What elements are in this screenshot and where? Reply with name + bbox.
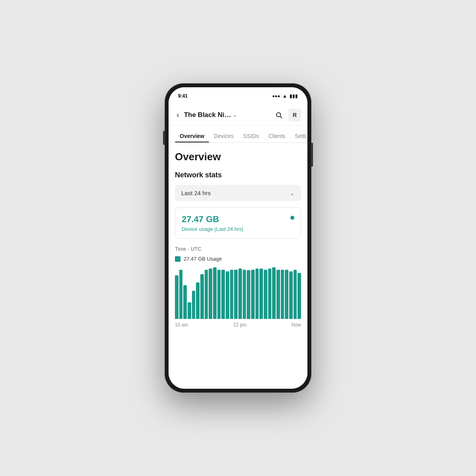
section-title: Network stats: [175, 171, 301, 179]
chart-bar: [213, 267, 217, 319]
x-axis: 10 am 22 pm Now: [175, 322, 301, 328]
nav-chevron-icon[interactable]: ⌄: [233, 112, 237, 118]
search-button[interactable]: [273, 109, 285, 121]
chart-bar: [183, 285, 187, 319]
chart-bar: [179, 270, 183, 319]
chart-bar: [264, 270, 267, 319]
chart-bar: [196, 282, 200, 319]
chart-bar: [298, 273, 301, 319]
stats-value: 27.47 GB: [182, 214, 243, 225]
nav-bar: ‹ The Black Ni… ⌄ R: [169, 105, 307, 125]
chart-bar: [205, 270, 208, 319]
chart-bar: [209, 269, 212, 319]
chart-bar: [272, 267, 276, 319]
chart-bar: [276, 270, 280, 319]
chart-bar: [234, 270, 238, 319]
tab-devices[interactable]: Devices: [209, 129, 238, 142]
page-title: Overview: [175, 151, 301, 163]
stats-card: 27.47 GB Device usage (Last 24 hrs): [175, 207, 301, 239]
phone-frame: 9:41 ●●● ▲ ▮▮▮ ‹ The Black Ni… ⌄ R: [165, 83, 311, 393]
tab-overview[interactable]: Overview: [175, 129, 209, 142]
dropdown-label: Last 24 hrs: [181, 190, 211, 196]
signal-icon: ●●●: [272, 94, 280, 98]
chart-bar: [268, 269, 272, 319]
legend-text: 27.47 GB Usage: [184, 256, 222, 262]
chart-bar: [188, 302, 191, 319]
nav-title: The Black Ni…: [184, 111, 231, 119]
chart-bar: [294, 270, 297, 319]
tabs-bar: Overview Devices SSIDs Clients Setti…: [169, 125, 307, 143]
content-area: Overview Network stats Last 24 hrs ⌄ 27.…: [169, 143, 307, 389]
x-label-mid: 22 pm: [233, 322, 246, 328]
bars-container: [175, 267, 301, 319]
tab-clients[interactable]: Clients: [264, 129, 290, 142]
chart-bar: [238, 269, 242, 319]
chart-bar: [285, 270, 288, 319]
chart-bar: [175, 275, 178, 319]
tab-settings[interactable]: Setti…: [290, 129, 307, 142]
phone-screen: 9:41 ●●● ▲ ▮▮▮ ‹ The Black Ni… ⌄ R: [169, 87, 307, 389]
chart-bar: [200, 274, 204, 319]
chart-bar: [259, 269, 263, 319]
stats-indicator-dot: [290, 216, 294, 220]
back-button[interactable]: ‹: [175, 109, 181, 121]
bar-chart: 10 am 22 pm Now: [175, 267, 301, 328]
chart-bar: [251, 270, 255, 319]
chart-bar: [243, 270, 246, 319]
x-label-end: Now: [292, 322, 301, 328]
time-label: Time - UTC: [175, 246, 301, 252]
nav-title-wrap: The Black Ni… ⌄: [184, 111, 269, 119]
chart-bar: [221, 270, 225, 319]
stats-info: 27.47 GB Device usage (Last 24 hrs): [182, 214, 243, 232]
battery-icon: ▮▮▮: [290, 93, 298, 99]
dropdown-chevron-icon: ⌄: [290, 190, 295, 196]
chart-bar: [247, 270, 250, 319]
stats-label: Device usage (Last 24 hrs): [182, 226, 243, 232]
chart-bar: [230, 270, 234, 319]
chart-bar: [226, 271, 229, 319]
user-avatar[interactable]: R: [288, 109, 301, 121]
time-display: 9:41: [178, 93, 188, 99]
chart-bar: [255, 269, 259, 319]
chart-bar: [217, 270, 221, 319]
chart-bar: [192, 291, 196, 319]
svg-line-1: [280, 116, 282, 118]
chart-bar: [289, 271, 293, 319]
time-range-dropdown[interactable]: Last 24 hrs ⌄: [175, 185, 301, 201]
wifi-icon: ▲: [282, 93, 287, 99]
x-label-start: 10 am: [175, 322, 188, 328]
chart-bar: [281, 270, 284, 319]
legend-row: 27.47 GB Usage: [175, 256, 301, 262]
status-bar: 9:41 ●●● ▲ ▮▮▮: [169, 87, 307, 105]
legend-color-box: [175, 256, 180, 262]
tab-ssids[interactable]: SSIDs: [238, 129, 264, 142]
status-icons: ●●● ▲ ▮▮▮: [272, 93, 298, 99]
